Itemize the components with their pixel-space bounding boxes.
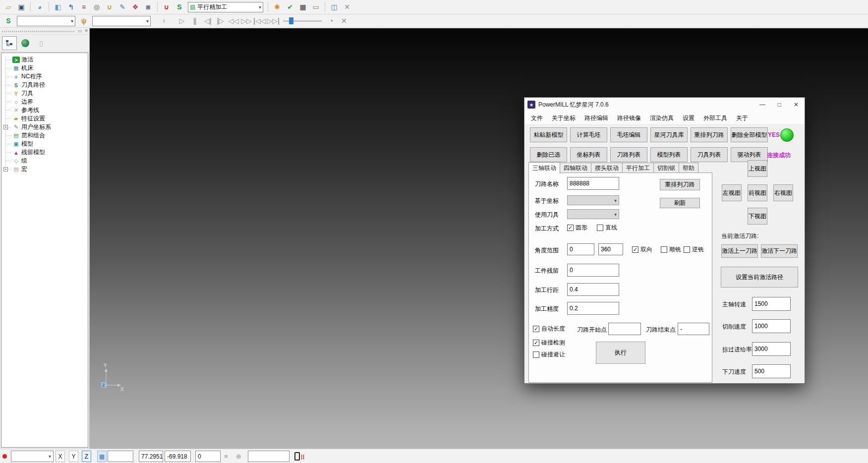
clipboard-icon[interactable]: ||: [294, 451, 305, 462]
coord-x-field[interactable]: 77.2951: [139, 451, 163, 462]
tab-四轴联动[interactable]: 四轴联动: [560, 163, 591, 173]
calculator-icon[interactable]: ▦: [297, 1, 309, 12]
conventional-checkbox[interactable]: [684, 246, 690, 253]
tool-dropdown[interactable]: ▾: [567, 209, 619, 219]
tool-create-icon[interactable]: ◎: [91, 1, 103, 12]
tab-帮助[interactable]: 帮助: [679, 163, 698, 173]
nc-program-icon[interactable]: ≡: [78, 1, 90, 12]
feature-set-icon[interactable]: ◙: [142, 1, 154, 12]
dialog-button-刀具列表[interactable]: 刀具列表: [691, 147, 728, 162]
speed-field-input-1[interactable]: [752, 319, 791, 333]
bidirectional-checkbox[interactable]: ✓: [632, 246, 638, 253]
tree-item-stock-models[interactable]: ▲残留模型: [1, 148, 88, 157]
viewport[interactable]: Y X Z ★ PowerMILL 忆梦星河 7.0.6 — □ ✕ 文件关于坐…: [90, 28, 868, 449]
speed-field-input-2[interactable]: [752, 342, 791, 356]
coord-dropdown[interactable]: ▾: [567, 195, 619, 205]
step-back-icon[interactable]: ◁|: [202, 15, 214, 26]
points-icon[interactable]: ❖: [129, 1, 141, 12]
reorder-toolpaths-button[interactable]: 重排列刀路: [660, 179, 700, 190]
minimize-button[interactable]: —: [754, 98, 771, 112]
tool-pair-icon[interactable]: ◫: [328, 1, 340, 12]
tree-item-nc-programs[interactable]: ≡NC程序: [1, 72, 88, 81]
dialog-button-坐标列表[interactable]: 坐标列表: [570, 147, 607, 162]
tree-item-macros[interactable]: +▤宏: [1, 165, 88, 174]
tree-item-workplanes[interactable]: +✎用户坐标系: [1, 123, 88, 131]
tab-平行加工[interactable]: 平行加工: [623, 163, 654, 173]
tree-item-models[interactable]: ▣模型: [1, 140, 88, 148]
axis-y-button[interactable]: Y: [69, 451, 78, 462]
panel-grip[interactable]: ▭ ✕: [0, 28, 89, 35]
speed-field-input-3[interactable]: [752, 364, 791, 378]
play-icon[interactable]: ▷: [176, 15, 188, 26]
menu-关于[interactable]: 关于: [732, 113, 752, 123]
execute-button[interactable]: 执行: [596, 342, 645, 364]
climb-checkbox[interactable]: [661, 246, 667, 253]
stock-input[interactable]: [567, 264, 619, 277]
picker-icon[interactable]: ⊕: [236, 451, 241, 462]
dialog-button-重排列刀路[interactable]: 重排列刀路: [691, 127, 728, 142]
axis-x-button[interactable]: X: [56, 451, 65, 462]
measure-icon[interactable]: ▭: [310, 1, 322, 12]
menu-路径镜像[interactable]: 路径镜像: [613, 113, 645, 123]
auto-length-checkbox[interactable]: ✓: [533, 326, 539, 332]
tree-item-patterns[interactable]: ✕参考线: [1, 106, 88, 115]
slider-handle[interactable]: [289, 17, 293, 24]
pause-icon[interactable]: ∥: [189, 15, 201, 26]
explorer-globe-tab[interactable]: [18, 36, 33, 50]
tree-item-feature-sets[interactable]: ▰特征设置: [1, 115, 88, 123]
activate-prev-toolpath-button[interactable]: 激活上一刀路: [721, 244, 758, 258]
rewind-icon[interactable]: ◁◁: [228, 15, 239, 26]
menu-路径编辑[interactable]: 路径编辑: [580, 113, 613, 123]
dialog-button-星河刀具库[interactable]: 星河刀具库: [650, 127, 688, 142]
close-toolbar-icon[interactable]: ✕: [341, 1, 353, 12]
grid-size-field[interactable]: [108, 451, 133, 462]
menu-外部工具[interactable]: 外部工具: [699, 113, 732, 123]
collision-check-checkbox[interactable]: ✓: [533, 340, 539, 346]
dialog-button-计算毛坯[interactable]: 计算毛坯: [570, 127, 607, 142]
maximize-button[interactable]: □: [771, 98, 788, 112]
verify-icon[interactable]: ✔: [284, 1, 296, 12]
tree-item-groups[interactable]: ◇组: [1, 157, 88, 165]
step-forward-icon[interactable]: |▷: [215, 15, 227, 26]
clock-icon[interactable]: ◔: [325, 15, 337, 26]
block-icon[interactable]: ◧: [52, 1, 64, 12]
coord-y-field[interactable]: -69.918: [165, 451, 191, 462]
menu-文件[interactable]: 文件: [526, 113, 547, 123]
dialog-button-模型列表[interactable]: 模型列表: [650, 147, 688, 162]
menu-关于坐标[interactable]: 关于坐标: [547, 113, 580, 123]
dialog-button-刀路列表[interactable]: 刀路列表: [610, 147, 647, 162]
strategy-dropdown[interactable]: ▤平行精加工▾: [188, 2, 263, 12]
tab-切割锯[interactable]: 切割锯: [654, 163, 679, 173]
toolpath-name-input[interactable]: [567, 177, 619, 190]
explorer-tree-tab[interactable]: [2, 36, 17, 50]
close-toolbar-icon[interactable]: ✕: [338, 15, 350, 26]
activate-next-toolpath-button[interactable]: 激活下一刀路: [761, 244, 798, 258]
view-right-button[interactable]: 右视图: [773, 184, 793, 201]
dialog-button-粘贴新模型[interactable]: 粘贴新模型: [530, 127, 567, 142]
view-front-button[interactable]: 前视图: [748, 184, 767, 201]
simulation-speed-slider[interactable]: [283, 17, 322, 25]
expand-plus-icon[interactable]: +: [3, 167, 8, 172]
save-project-icon[interactable]: ▣: [15, 1, 27, 12]
start-point-input[interactable]: [608, 323, 641, 335]
grid-snap-button[interactable]: ▦: [97, 451, 107, 462]
angle-from-input[interactable]: [567, 243, 594, 255]
toolpath-select-dropdown[interactable]: ▾: [17, 16, 75, 26]
open-project-icon[interactable]: ▱: [2, 1, 14, 12]
explorer-trash-tab[interactable]: ▯: [34, 36, 49, 50]
tree-item-machine[interactable]: ▦机床: [1, 64, 88, 72]
dialog-titlebar[interactable]: ★ PowerMILL 忆梦星河 7.0.6 — □ ✕: [524, 98, 805, 112]
tab-三轴联动[interactable]: 三轴联动: [528, 162, 560, 174]
boundary-icon[interactable]: ∪: [104, 1, 116, 12]
tool-select-icon[interactable]: ψ: [78, 15, 90, 26]
tree-item-tools[interactable]: Y刀具: [1, 89, 88, 98]
shaded-view-icon[interactable]: ◕: [34, 1, 46, 12]
view-left-button[interactable]: 左视图: [722, 184, 742, 201]
menu-设置[interactable]: 设置: [678, 113, 699, 123]
tool-select-dropdown[interactable]: ▾: [92, 16, 151, 26]
view-bottom-button[interactable]: 下视图: [748, 208, 767, 225]
collision-avoid-checkbox[interactable]: [533, 351, 539, 358]
float-panel-icon[interactable]: ▭: [77, 28, 82, 33]
expand-plus-icon[interactable]: +: [3, 125, 8, 129]
go-start-icon[interactable]: |◁◁: [253, 15, 266, 26]
